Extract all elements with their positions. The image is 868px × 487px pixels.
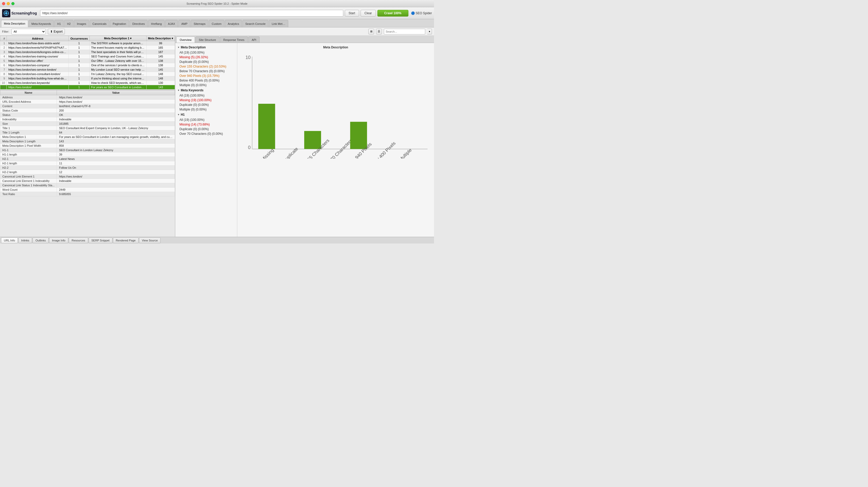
tab-sitemaps[interactable]: Sitemaps	[191, 20, 208, 27]
overview-item[interactable]: All (19) (100.00%)	[175, 50, 237, 55]
table-row[interactable]: 7 https://seo.london/seo-service-london/…	[0, 67, 175, 72]
overview-section-h1[interactable]: ▼H1	[175, 112, 237, 117]
overview-item[interactable]: Over 940 Pixels (3) (15.79%)	[175, 74, 237, 78]
overview-item-label: Duplicate (0) (0.00%)	[179, 103, 209, 107]
overview-item[interactable]: Missing (19) (100.00%)	[175, 98, 237, 103]
table-container[interactable]: # Address Occurrences Meta Description 1…	[0, 36, 175, 90]
tab-meta-keywords[interactable]: Meta Keywords	[29, 20, 54, 27]
detail-value-cell: 64	[57, 131, 175, 135]
overview-section-meta-description[interactable]: ▼Meta Description	[175, 45, 237, 50]
right-panel: OverviewSite StructureResponse TimesAPI …	[175, 36, 434, 237]
table-row[interactable]: 4 https://seo.london/seo-training-course…	[0, 54, 175, 59]
overview-item[interactable]: Duplicate (0) (0.00%)	[175, 59, 237, 64]
table-row[interactable]: 6 https://seo.london/seo-company/ 1 One …	[0, 63, 175, 67]
col-header-meta1[interactable]: Meta Description 1 ▾	[89, 36, 146, 41]
bottom-tab-inlinks[interactable]: Inlinks	[18, 237, 32, 243]
col-header-num: #	[0, 36, 7, 41]
bottom-tab-view-source[interactable]: View Source	[139, 237, 161, 243]
detail-col-value[interactable]: Value	[57, 90, 175, 95]
tab-directives[interactable]: Directives	[129, 20, 148, 27]
overview-item[interactable]: Multiple (0) (0.00%)	[175, 83, 237, 87]
detail-value-cell: SEO Consultant And Expert Company in Lon…	[57, 126, 175, 131]
bottom-tab-rendered-page[interactable]: Rendered Page	[113, 237, 138, 243]
overview-item[interactable]: Duplicate (0) (0.00%)	[175, 127, 237, 132]
overview-item[interactable]: Multiple (0) (0.00%)	[175, 107, 237, 112]
overview-tab-response-times[interactable]: Response Times	[220, 36, 248, 43]
table-row[interactable]: 2 https://seo.london/events/%F0%9F%87%A7…	[0, 46, 175, 50]
filter-select[interactable]: All Missing Duplicate Over 155 Character…	[11, 29, 46, 34]
detail-table-container[interactable]: Name Value Address https://seo.london/ U…	[0, 90, 175, 237]
table-row[interactable]: 11 https://seo.london/ 1 For years as SE…	[0, 85, 175, 89]
bottom-tab-url-info[interactable]: URL Info	[1, 237, 18, 243]
tab-hreflang[interactable]: Hreflang	[148, 20, 165, 27]
tab-amp[interactable]: AMP	[178, 20, 190, 27]
list-view-button[interactable]: ☰	[376, 29, 382, 34]
detail-name-cell: Title 1	[0, 126, 57, 131]
tab-analytics[interactable]: Analytics	[225, 20, 242, 27]
table-row[interactable]: 8 https://seo.london/seo-consultant-lond…	[0, 72, 175, 76]
tab-custom[interactable]: Custom	[209, 20, 224, 27]
detail-name-cell: Canonical Link Status 1 Indexability Sta…	[0, 183, 57, 188]
export-button[interactable]: ⬆ Export	[48, 29, 65, 34]
overview-item[interactable]: Over 155 Characters (2) (10.53%)	[175, 64, 237, 69]
bottom-tab-outlinks[interactable]: Outlinks	[33, 237, 49, 243]
bar-label-duplicate: Duplicate	[282, 146, 299, 159]
close-button[interactable]	[2, 2, 5, 5]
search-dropdown-button[interactable]: ▼	[427, 29, 432, 34]
col-header-meta2[interactable]: Meta Description ▾	[146, 36, 175, 41]
overview-item-label: Multiple (0) (0.00%)	[179, 83, 207, 87]
overview-tab-overview[interactable]: Overview	[176, 36, 195, 43]
col-header-occurrences[interactable]: Occurrences	[69, 36, 89, 41]
table-row[interactable]: 1 https://seo.london/how-does-sistrix-wo…	[0, 41, 175, 46]
tab-meta-description[interactable]: Meta Description	[1, 20, 28, 27]
table-row[interactable]: 5 https://seo.london/our-offer/ 1 Our Of…	[0, 59, 175, 63]
row-num: 6	[0, 63, 7, 67]
detail-col-name[interactable]: Name	[0, 90, 57, 95]
table-row[interactable]: 10 https://seo.london/seo-keywords/ 1 Ho…	[0, 81, 175, 85]
crawl-button[interactable]: Crawl 100%	[377, 10, 408, 17]
overview-item[interactable]: Missing (5) (26.32%)	[175, 55, 237, 59]
overview-item[interactable]: Duplicate (0) (0.00%)	[175, 103, 237, 107]
maximize-button[interactable]	[11, 2, 14, 5]
overview-item[interactable]: Over 70 Characters (0) (0.00%)	[175, 132, 237, 136]
overview-item[interactable]: All (19) (100.00%)	[175, 93, 237, 98]
overview-item[interactable]: Below 400 Pixels (0) (0.00%)	[175, 78, 237, 83]
overview-item[interactable]: All (19) (100.00%)	[175, 117, 237, 122]
tab-h2[interactable]: H2	[64, 20, 73, 27]
overview-item[interactable]: Missing (14) (73.68%)	[175, 122, 237, 127]
tab-canonicals[interactable]: Canonicals	[90, 20, 109, 27]
url-input[interactable]	[40, 10, 343, 17]
grid-view-button[interactable]: ⊞	[368, 29, 374, 34]
overview-item-label: Missing (14) (73.68%)	[179, 123, 210, 126]
bottom-tab-serp-snippet[interactable]: SERP Snippet	[89, 237, 113, 243]
minimize-button[interactable]	[7, 2, 10, 5]
row-meta1: SEO Trainings and Courses from Lukasz Ze…	[89, 54, 146, 59]
section-arrow: ▼	[177, 89, 180, 92]
start-button[interactable]: Start	[345, 10, 359, 17]
detail-row: Word Count 2449	[0, 188, 175, 192]
clear-button[interactable]: Clear	[361, 10, 376, 17]
tab-pagination[interactable]: Pagination	[110, 20, 129, 27]
col-header-address[interactable]: Address	[7, 36, 69, 41]
main-area: # Address Occurrences Meta Description 1…	[0, 36, 434, 237]
bottom-tab-resources[interactable]: Resources	[69, 237, 88, 243]
bottom-tab-image-info[interactable]: Image Info	[49, 237, 68, 243]
table-row[interactable]: 3 https://seo.london/events/kongres-onli…	[0, 50, 175, 54]
overview-item[interactable]: Below 70 Characters (0) (0.00%)	[175, 69, 237, 74]
seo-spider-badge: 🔵 SEO Spider	[411, 11, 432, 15]
table-row[interactable]: 9 https://seo.london/link-building-how-w…	[0, 76, 175, 81]
tab-images[interactable]: Images	[74, 20, 89, 27]
overview-tab-api[interactable]: API	[248, 36, 260, 43]
detail-row: H2-1 Latest News	[0, 157, 175, 161]
search-input[interactable]	[384, 29, 425, 34]
row-num: 4	[0, 54, 7, 59]
overview-section-meta-keywords[interactable]: ▼Meta Keywords	[175, 87, 237, 93]
overview-tabs: OverviewSite StructureResponse TimesAPI	[175, 36, 434, 43]
tab-ajax[interactable]: AJAX	[165, 20, 178, 27]
detail-value-cell: 12	[57, 170, 175, 174]
tab-search-console[interactable]: Search Console	[243, 20, 268, 27]
tab-h1[interactable]: H1	[54, 20, 64, 27]
overview-tab-site-structure[interactable]: Site Structure	[195, 36, 219, 43]
tab-link-met…[interactable]: Link Met…	[269, 20, 288, 27]
bar-over940	[350, 122, 367, 149]
